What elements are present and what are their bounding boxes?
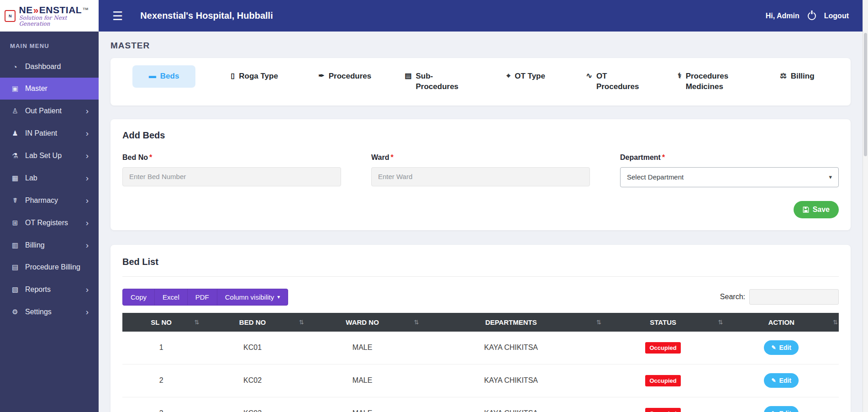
- scrollbar[interactable]: [863, 0, 868, 412]
- column-header-ward-no[interactable]: WARD NO⇅: [305, 313, 420, 332]
- edit-button[interactable]: ✎Edit: [764, 340, 799, 355]
- required-mark: *: [662, 153, 665, 161]
- excel-button[interactable]: Excel: [154, 289, 188, 306]
- column-header-sl-no[interactable]: SL NO⇅: [122, 313, 200, 332]
- brand-logo-mark: N: [5, 10, 16, 22]
- add-beds-card: Add Beds Bed No* Ward* Department* Selec…: [110, 119, 851, 230]
- save-button-label: Save: [813, 206, 830, 214]
- lab-icon: ▦: [10, 174, 20, 182]
- divider: [122, 276, 839, 277]
- tab-ot-procedures[interactable]: ∿OT Procedures: [571, 65, 662, 98]
- column-header-bed-no[interactable]: BED NO⇅: [200, 313, 305, 332]
- sidebar-item-ot-registers[interactable]: ⊞ OT Registers ›: [0, 211, 99, 234]
- tab-billing[interactable]: ⚖Billing: [752, 65, 842, 88]
- cell-ward-no: MALE: [305, 364, 420, 397]
- sidebar-item-procedure-billing[interactable]: ▤ Procedure Billing: [0, 256, 99, 278]
- sidebar-item-lab-set-up[interactable]: ⚗ Lab Set Up ›: [0, 144, 99, 167]
- brand-arrow-glyph: »: [33, 5, 39, 15]
- sidebar-item-pharmacy[interactable]: ☤ Pharmacy ›: [0, 189, 99, 211]
- search-area: Search:: [720, 289, 839, 305]
- caret-down-icon: ▾: [277, 294, 280, 300]
- sort-icon[interactable]: ⇅: [299, 319, 304, 326]
- column-visibility-button[interactable]: Column visibility ▾: [217, 289, 289, 306]
- bed-list-toolbar: Copy Excel PDF Column visibility ▾ Searc…: [122, 289, 839, 306]
- chevron-right-icon: ›: [86, 106, 89, 115]
- sort-icon[interactable]: ⇅: [718, 319, 723, 326]
- reports-icon: ▧: [10, 285, 20, 294]
- column-header-action[interactable]: ACTION⇅: [724, 313, 839, 332]
- cell-ward-no: MALE: [305, 332, 420, 364]
- chevron-right-icon: ›: [86, 151, 89, 160]
- department-select[interactable]: Select Department ▾: [620, 167, 839, 187]
- sidebar-item-master[interactable]: ▣ Master: [0, 78, 99, 100]
- chevron-right-icon: ›: [86, 241, 89, 249]
- brand-logo[interactable]: N NE»ENSTIALTM Solution for Next Generat…: [0, 0, 99, 32]
- sidebar-item-dashboard[interactable]: ◔ Dashboard: [0, 56, 99, 78]
- tab-roga-type[interactable]: ▯Roga Type: [209, 65, 300, 88]
- edit-button-label: Edit: [779, 410, 791, 412]
- sidebar-item-label: Master: [25, 85, 47, 93]
- sidebar-item-label: Lab Set Up: [25, 152, 62, 160]
- sub-procedures-icon: ▤: [405, 71, 411, 80]
- column-header-label: STATUS: [650, 318, 676, 326]
- clipboard-icon: ▯: [231, 71, 235, 80]
- topbar-right: Hi, Admin Logout: [766, 12, 849, 20]
- search-input[interactable]: [749, 289, 839, 305]
- sidebar-item-out-patient[interactable]: ♙ Out Patient ›: [0, 100, 99, 122]
- tab-procedures-medicines[interactable]: ⚕Procedures Medicines: [662, 65, 752, 98]
- sort-icon[interactable]: ⇅: [194, 319, 199, 326]
- cell-action: ✎Edit: [724, 397, 839, 412]
- power-icon[interactable]: [808, 12, 816, 20]
- table-row: 2 KC02 MALE KAYA CHIKITSA Occupied ✎Edit: [122, 364, 839, 397]
- required-mark: *: [149, 153, 152, 161]
- sidebar-item-reports[interactable]: ▧ Reports ›: [0, 278, 99, 301]
- edit-button[interactable]: ✎Edit: [764, 406, 799, 412]
- sort-icon[interactable]: ⇅: [833, 319, 838, 326]
- bed-list-table: SL NO⇅ BED NO⇅ WARD NO⇅ DEPARTMENTS⇅ STA…: [122, 313, 839, 412]
- ot-registers-icon: ⊞: [10, 219, 20, 227]
- edit-button[interactable]: ✎Edit: [764, 373, 799, 388]
- copy-button[interactable]: Copy: [122, 289, 155, 306]
- sidebar-item-in-patient[interactable]: ♟ IN Patient ›: [0, 122, 99, 144]
- bed-no-input[interactable]: [122, 167, 341, 186]
- brand-name-prefix: NE: [19, 5, 32, 15]
- procedures-icon: ✒: [318, 71, 324, 80]
- logout-button[interactable]: Logout: [824, 12, 849, 20]
- sort-icon[interactable]: ⇅: [596, 319, 601, 326]
- bed-icon: ▬: [149, 71, 156, 80]
- column-header-departments[interactable]: DEPARTMENTS⇅: [420, 313, 602, 332]
- chevron-down-icon: ▾: [829, 174, 832, 180]
- cell-action: ✎Edit: [724, 364, 839, 397]
- save-row: Save: [122, 201, 839, 218]
- ward-input[interactable]: [371, 167, 590, 186]
- tab-sub-procedures[interactable]: ▤Sub-Procedures: [390, 65, 480, 98]
- cell-bed-no: KC02: [200, 364, 305, 397]
- cell-status: Occupied: [602, 364, 724, 397]
- tab-ot-type[interactable]: ⌖OT Type: [481, 65, 571, 88]
- save-button[interactable]: Save: [794, 201, 839, 218]
- sidebar-item-label: Reports: [25, 285, 51, 294]
- tab-procedures[interactable]: ✒Procedures: [300, 65, 390, 88]
- tab-label: Beds: [160, 71, 179, 82]
- sidebar-item-settings[interactable]: ⚙ Settings ›: [0, 301, 99, 323]
- greeting-text: Hi, Admin: [766, 12, 800, 20]
- scrollbar-thumb[interactable]: [864, 33, 867, 156]
- sidebar-item-label: OT Registers: [25, 219, 68, 227]
- sidebar-item-label: Billing: [25, 241, 45, 249]
- sidebar-item-billing[interactable]: ▥ Billing ›: [0, 234, 99, 256]
- sidebar-item-lab[interactable]: ▦ Lab ›: [0, 167, 99, 189]
- sort-icon[interactable]: ⇅: [414, 319, 419, 326]
- pdf-button[interactable]: PDF: [187, 289, 217, 306]
- cell-ward-no: MALE: [305, 397, 420, 412]
- status-badge: Occupied: [645, 375, 680, 386]
- column-header-status[interactable]: STATUS⇅: [602, 313, 724, 332]
- add-beds-form: Bed No* Ward* Department* Select Departm…: [122, 153, 839, 187]
- cell-status: Occupied: [602, 397, 724, 412]
- bed-list-title: Bed List: [122, 257, 839, 267]
- sidebar-item-label: Lab: [25, 174, 37, 182]
- tab-beds[interactable]: ▬Beds: [119, 65, 209, 88]
- hospital-title: Nexenstial's Hospital, Hubballi: [140, 11, 273, 21]
- dashboard-icon: ◔: [10, 63, 20, 71]
- cell-sl-no: 1: [122, 332, 200, 364]
- hamburger-menu-icon[interactable]: ☰: [112, 10, 123, 22]
